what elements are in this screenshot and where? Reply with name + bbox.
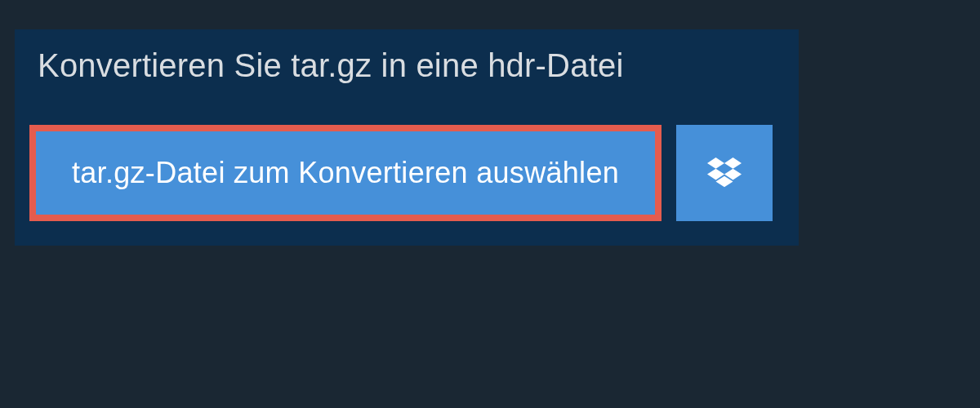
select-file-highlight: tar.gz-Datei zum Konvertieren auswählen: [29, 125, 662, 221]
title-bar: Konvertieren Sie tar.gz in eine hdr-Date…: [15, 29, 648, 102]
dropbox-icon: [707, 157, 742, 188]
dropbox-button[interactable]: [676, 125, 773, 221]
button-row: tar.gz-Datei zum Konvertieren auswählen: [15, 102, 799, 246]
select-file-button[interactable]: tar.gz-Datei zum Konvertieren auswählen: [36, 131, 655, 215]
converter-panel: Konvertieren Sie tar.gz in eine hdr-Date…: [15, 29, 799, 246]
page-title: Konvertieren Sie tar.gz in eine hdr-Date…: [38, 47, 623, 84]
